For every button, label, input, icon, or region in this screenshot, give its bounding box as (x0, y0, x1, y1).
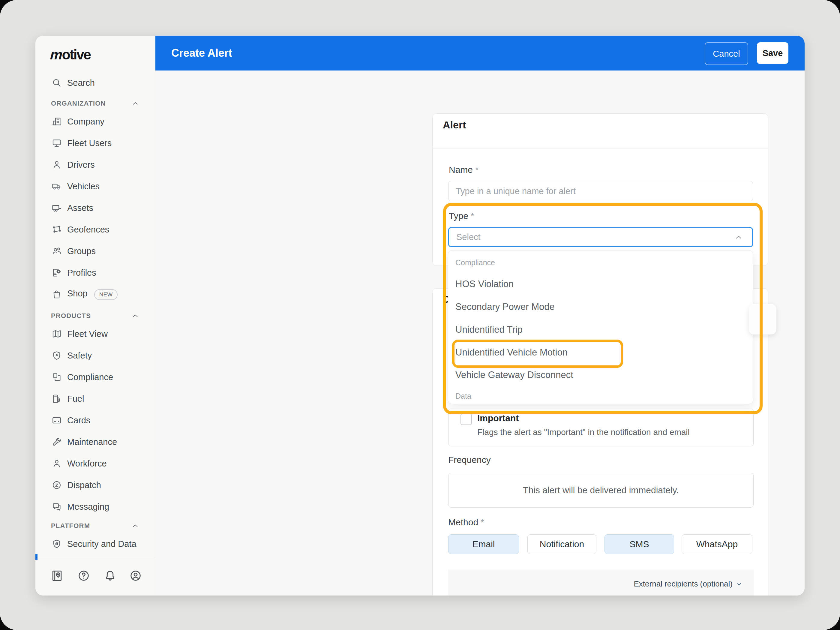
external-recipients-label: External recipients (optional) (634, 579, 733, 589)
sidebar-item-label: Drivers (67, 160, 95, 170)
cancel-button[interactable]: Cancel (705, 42, 748, 65)
chevron-down-icon (736, 581, 743, 588)
sidebar-item-shop[interactable]: ShopNEW (35, 284, 155, 305)
important-description: Flags the alert as "Important" in the no… (477, 428, 690, 437)
app-window: motive SearchORGANIZATIONCompanyFleet Us… (35, 36, 805, 595)
shop-icon (52, 289, 62, 299)
name-placeholder: Type in a unique name for alert (456, 186, 576, 196)
sidebar-item-label: Geofences (67, 225, 109, 235)
sidebar-item-assets[interactable]: Assets (35, 197, 155, 219)
sidebar-item-security-and-data[interactable]: Security and Data (35, 533, 155, 555)
sidebar-item-vehicles[interactable]: Vehicles (35, 175, 155, 197)
sidebar-item-cards[interactable]: Cards (35, 409, 155, 431)
groups-icon (52, 246, 62, 256)
type-select-value: Select (456, 232, 481, 242)
sidebar-item-safety[interactable]: Safety (35, 345, 155, 366)
vehicles-icon (52, 181, 62, 191)
sidebar-item-fleet-view[interactable]: Fleet View (35, 323, 155, 345)
name-input[interactable]: Type in a unique name for alert (448, 181, 753, 201)
sidebar-item-label: Groups (67, 246, 96, 256)
method-label: Method* (448, 517, 484, 527)
sidebar-item-label: Dispatch (67, 480, 101, 490)
main-content: Alert Name* Type in a unique name for al… (155, 71, 805, 595)
motive-logo: motive (51, 46, 90, 63)
sidebar-section-label: ORGANIZATION (51, 99, 106, 107)
sidebar-item-maintenance[interactable]: Maintenance (35, 431, 155, 453)
save-button[interactable]: Save (757, 42, 788, 64)
sidebar-item-label: Assets (67, 203, 93, 213)
sidebar-section-organization[interactable]: ORGANIZATION (35, 97, 155, 110)
new-badge: NEW (94, 289, 118, 300)
sidebar-item-drivers[interactable]: Drivers (35, 154, 155, 175)
sidebar-item-messaging[interactable]: Messaging (35, 496, 155, 518)
sidebar-item-label: Company (67, 117, 104, 126)
external-recipients-toggle[interactable]: External recipients (optional) (634, 579, 743, 589)
security-icon (52, 539, 62, 549)
sidebar-item-geofences[interactable]: Geofences (35, 219, 155, 240)
account-icon[interactable] (129, 569, 142, 582)
alert-card: Alert Name* Type in a unique name for al… (432, 114, 768, 266)
type-select[interactable]: Select (448, 227, 753, 247)
important-option: Important Flags the alert as "Important"… (448, 409, 753, 447)
fuel-icon (52, 393, 62, 404)
assets-icon (52, 203, 62, 213)
company-icon (52, 117, 62, 126)
notifications-icon[interactable] (104, 569, 117, 582)
sidebar-section-platform[interactable]: PLATFORM (35, 519, 155, 532)
sidebar: motive SearchORGANIZATIONCompanyFleet Us… (35, 36, 156, 595)
sidebar-item-label: Fleet Users (67, 138, 112, 148)
important-label: Important (477, 413, 519, 423)
important-checkbox[interactable] (461, 414, 472, 425)
sidebar-item-company[interactable]: Company (35, 111, 155, 132)
frequency-message: This alert will be delivered immediately… (523, 485, 679, 495)
chevron-up-icon (734, 233, 743, 242)
map-book-icon[interactable] (51, 569, 63, 582)
sidebar-item-label: Cards (67, 415, 90, 425)
chevron-up-icon (131, 522, 139, 530)
card-footer: External recipients (optional) (448, 570, 753, 595)
sidebar-item-profiles[interactable]: Profiles (35, 262, 155, 284)
required-marker: * (471, 211, 474, 221)
dropdown-option-unidentified-vehicle-motion[interactable]: Unidentified Vehicle Motion (455, 346, 568, 359)
sidebar-item-workforce[interactable]: Workforce (35, 453, 155, 474)
sidebar-search[interactable]: Search (35, 72, 155, 93)
dropdown-option-hos-violation[interactable]: HOS Violation (455, 278, 513, 291)
sidebar-section-products[interactable]: PRODUCTS (35, 309, 155, 322)
frequency-label: Frequency (448, 455, 491, 465)
search-icon (52, 78, 62, 88)
method-button-notification[interactable]: Notification (527, 534, 597, 554)
sidebar-item-dispatch[interactable]: Dispatch (35, 474, 155, 496)
help-icon[interactable] (77, 569, 90, 582)
dropdown-group-label: Data (455, 389, 471, 403)
fleet-users-icon (52, 138, 62, 148)
cards-icon (52, 415, 62, 425)
dropdown-option-unidentified-trip[interactable]: Unidentified Trip (455, 323, 523, 336)
sidebar-item-compliance[interactable]: Compliance (35, 366, 155, 388)
profiles-icon (52, 268, 62, 278)
page-title: Create Alert (171, 47, 232, 59)
method-button-email[interactable]: Email (448, 534, 519, 554)
sidebar-item-label: Maintenance (67, 437, 117, 447)
chevron-up-icon (131, 99, 139, 107)
sidebar-item-label: Security and Data (67, 539, 136, 549)
dropdown-option-secondary-power-mode[interactable]: Secondary Power Mode (455, 300, 555, 314)
sidebar-section-label: PLATFORM (51, 522, 90, 530)
sidebar-item-label: Workforce (67, 459, 107, 469)
sidebar-item-label: Search (67, 78, 95, 88)
required-marker: * (481, 517, 484, 527)
workforce-icon (52, 458, 62, 469)
dropdown-option-vehicle-gateway-disconnect[interactable]: Vehicle Gateway Disconnect (455, 368, 573, 382)
sidebar-item-fleet-users[interactable]: Fleet Users (35, 132, 155, 154)
messaging-icon (52, 502, 62, 512)
maintenance-icon (52, 437, 62, 447)
active-item-indicator (35, 554, 38, 560)
sidebar-item-fuel[interactable]: Fuel (35, 388, 155, 409)
drivers-icon (52, 159, 62, 170)
method-button-sms[interactable]: SMS (605, 534, 674, 554)
card-divider (433, 148, 768, 148)
required-marker: * (475, 165, 479, 175)
method-button-whatsapp[interactable]: WhatsApp (682, 534, 752, 554)
sidebar-item-label: Fleet View (67, 329, 108, 339)
hidden-panel-fragment (749, 304, 777, 335)
sidebar-item-groups[interactable]: Groups (35, 240, 155, 262)
